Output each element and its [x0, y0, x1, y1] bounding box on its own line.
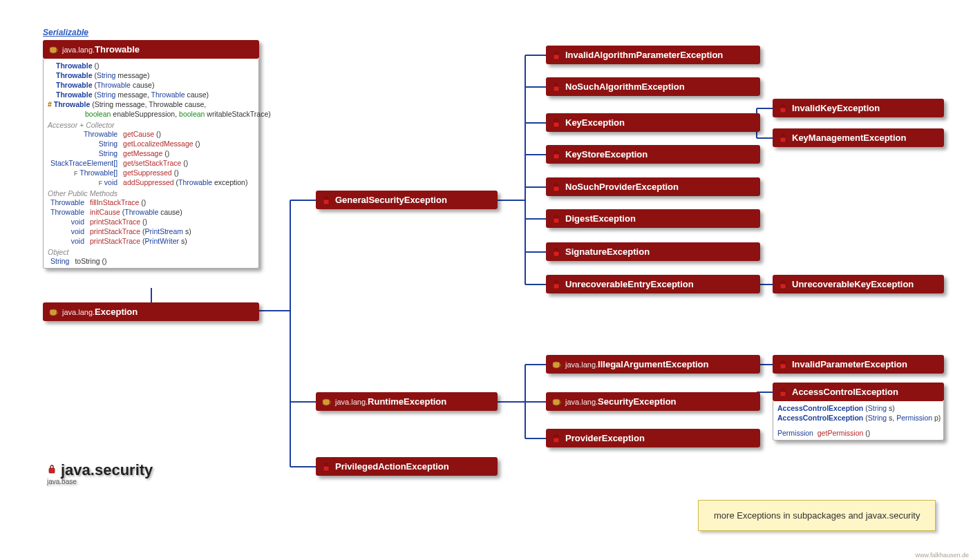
class-providerexception[interactable]: ProviderException — [546, 429, 760, 447]
cup-icon — [48, 307, 58, 317]
class-digestexception[interactable]: DigestException — [546, 209, 760, 228]
class-unrecoverable-key-exception[interactable]: UnrecoverableKeyException — [773, 275, 944, 293]
class-keyexception[interactable]: KeyException — [546, 113, 760, 132]
class-keymanagementexception[interactable]: KeyManagementException — [773, 128, 944, 147]
lock-icon — [551, 118, 561, 128]
lock-icon — [551, 247, 561, 257]
class-exception[interactable]: java.lang.Exception — [43, 302, 259, 321]
lock-icon — [778, 133, 788, 143]
class-general-security-exception[interactable]: GeneralSecurityException — [316, 191, 498, 209]
lock-icon — [551, 50, 561, 60]
package-title: java.security java.base — [47, 461, 153, 485]
cup-icon — [551, 360, 561, 369]
cup-icon — [48, 45, 58, 55]
footer-link[interactable]: www.falkhausen.de — [915, 552, 969, 559]
class-keystoreexception[interactable]: KeyStoreException — [546, 145, 760, 164]
class-nosuchalgorithmexception[interactable]: NoSuchAlgorithmException — [546, 77, 760, 96]
class-nosuchproviderexception[interactable]: NoSuchProviderException — [546, 177, 760, 196]
class-privileged-action-exception[interactable]: PrivilegedActionException — [316, 457, 498, 476]
lock-icon — [321, 195, 331, 205]
serializable-link[interactable]: Serializable — [43, 28, 88, 37]
class-invalidalgorithmparameterexception[interactable]: InvalidAlgorithmParameterException — [546, 46, 760, 64]
cup-icon — [551, 397, 561, 407]
class-unrecoverableentryexception[interactable]: UnrecoverableEntryException — [546, 275, 760, 293]
lock-icon — [551, 434, 561, 443]
class-securityexception[interactable]: java.lang.SecurityException — [546, 392, 760, 411]
lock-icon — [321, 462, 331, 472]
class-body: Throwable ()Throwable (String message)Th… — [43, 59, 259, 269]
class-body: AccessControlException (String s)AccessC… — [773, 401, 944, 441]
lock-icon — [778, 280, 788, 289]
lock-icon — [47, 464, 59, 476]
cup-icon — [321, 397, 331, 407]
lock-icon — [551, 82, 561, 92]
class-throwable[interactable]: java.lang.Throwable Throwable ()Throwabl… — [43, 40, 259, 269]
lock-icon — [551, 150, 561, 160]
class-invalid-parameter-exception[interactable]: InvalidParameterException — [773, 355, 944, 374]
lock-icon — [778, 387, 788, 397]
class-signatureexception[interactable]: SignatureException — [546, 242, 760, 261]
class-header: java.lang.Throwable — [43, 40, 259, 59]
lock-icon — [778, 360, 788, 369]
lock-icon — [551, 182, 561, 192]
class-illegalargumentexception[interactable]: java.lang.IllegalArgumentException — [546, 355, 760, 374]
class-access-control-exception[interactable]: AccessControlException AccessControlExce… — [773, 383, 944, 441]
lock-icon — [551, 280, 561, 289]
note: more Exceptions in subpackages and javax… — [698, 500, 936, 531]
lock-icon — [551, 214, 561, 224]
class-runtime-exception[interactable]: java.lang.RuntimeException — [316, 392, 498, 411]
class-invalidkeyexception[interactable]: InvalidKeyException — [773, 99, 944, 117]
lock-icon — [778, 104, 788, 113]
